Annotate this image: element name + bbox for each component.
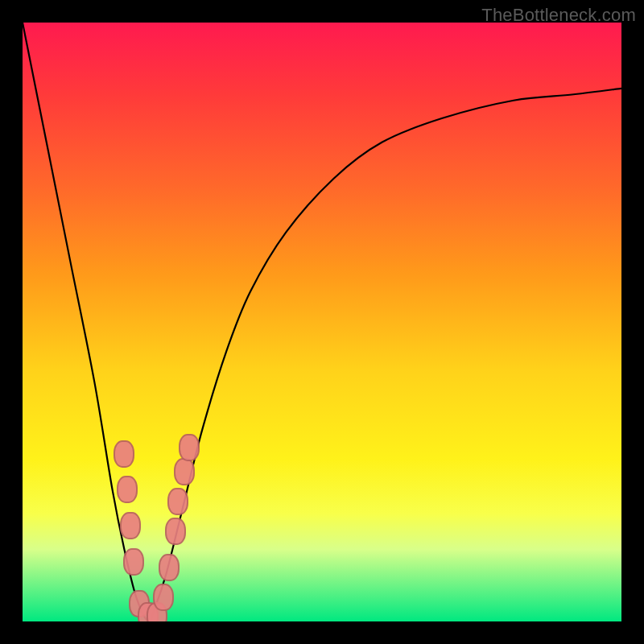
data-marker [174, 458, 195, 485]
chart-frame: TheBottleneck.com [0, 0, 644, 644]
bottleneck-curve [23, 23, 621, 621]
data-marker [117, 476, 138, 503]
data-marker [123, 548, 144, 576]
data-marker [159, 554, 180, 581]
data-marker [120, 512, 141, 539]
data-marker [179, 434, 200, 461]
data-marker [165, 518, 186, 545]
data-marker [167, 488, 188, 515]
watermark-text: TheBottleneck.com [481, 5, 636, 26]
data-marker [153, 584, 174, 611]
plot-area [23, 23, 621, 621]
data-marker [114, 440, 134, 468]
